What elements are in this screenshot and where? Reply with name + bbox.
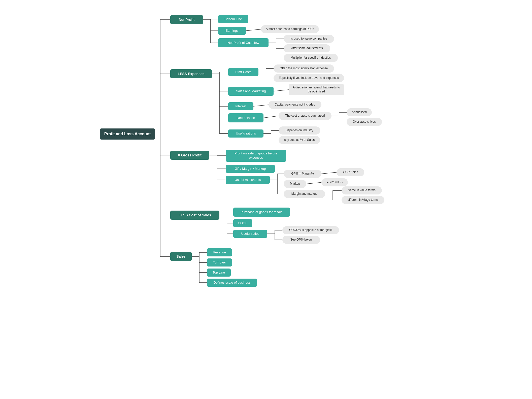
cf-leaf-3-node: Multiplier for specific industies: [284, 54, 338, 62]
bottom-line-label: Bottom Line: [224, 17, 242, 21]
cashflow-label: Net Profit of Cashflow: [227, 41, 259, 45]
useful-rations-label: Useflu rations: [236, 131, 256, 136]
dep-leaf-1a-node: Annualised: [347, 108, 372, 116]
revenue-node: Revenue: [207, 248, 232, 256]
dep-leaf-node: The cost of assets purchased: [279, 112, 331, 120]
svg-line-12: [246, 29, 261, 31]
mind-map-canvas: Profit and Loss Account Net Profit Botto…: [90, 5, 442, 282]
gp-r3b-label: different in %age terms: [347, 198, 378, 202]
dep-leaf-1b-label: Over assets lives: [353, 120, 376, 124]
cf-leaf-2-label: After some adjustments: [291, 46, 323, 50]
cogs-node: COGS: [233, 219, 252, 227]
earnings-label: Earnings: [225, 29, 238, 33]
cogs-label: COGS: [238, 221, 247, 225]
useful-rations-node: Useflu rations: [228, 129, 263, 138]
sales-label: Sales: [176, 254, 186, 259]
interest-label: Interest: [235, 104, 246, 109]
gp-r3b-node: different in %age terms: [342, 196, 384, 204]
cos-r1-node: COGS% is opposite of margin%: [282, 226, 339, 234]
purchase-label: Purchase of goods for resale: [241, 210, 282, 214]
gross-profit-label: = Gross Profit: [178, 153, 202, 157]
defines-scale-label: Defines scale of business: [213, 281, 250, 285]
staff-leaf-1-label: Often the most significatan expense: [280, 66, 328, 71]
gp-margin-label: GP / Margin / Markup: [235, 167, 266, 171]
gp-r3a-node: Same in value terms: [342, 186, 382, 194]
svg-line-31: [263, 116, 279, 118]
svg-line-30: [253, 105, 269, 106]
turnover-node: Turnover: [207, 258, 232, 267]
earnings-leaf-label: Almost equates to earnings of PLCs: [266, 27, 314, 31]
root-node: Profit and Loss Account: [100, 128, 155, 140]
top-line-node: Top Line: [207, 269, 231, 277]
useful-leaf-1-label: Depends on industry: [285, 128, 313, 132]
less-expenses-label: LESS Expenses: [178, 72, 205, 76]
svg-line-50: [321, 172, 337, 174]
staff-leaf-1-node: Often the most significatan expense: [274, 64, 334, 73]
staff-costs-node: Staff Costs: [228, 68, 258, 76]
net-profit-node: Net Profit: [170, 15, 203, 24]
useful-leaf-2-node: any cost as % of Sales: [279, 136, 320, 144]
gp-r1a-label: = GP/Sales: [343, 170, 358, 174]
gp-r3a-label: Same in value terms: [348, 188, 375, 192]
less-expenses-node: LESS Expenses: [170, 69, 212, 78]
interest-leaf-node: Capital payments not included: [269, 101, 321, 109]
sales-leaf-1-node: A discretionary spend that needs to be o…: [289, 84, 344, 95]
dep-leaf-1b-node: Over assets lives: [347, 118, 382, 126]
gp-margin-node: GP / Margin / Markup: [226, 165, 275, 173]
turnover-label: Turnover: [213, 260, 226, 265]
sales-leaf-1-label: A discretionary spend that needs to be o…: [292, 86, 341, 93]
svg-line-29: [274, 90, 289, 91]
gp-r2a-node: =GP/COGS: [321, 178, 348, 186]
cos-r2-node: See GP% below: [282, 236, 320, 244]
useful-leaf-2-label: any cost as % of Sales: [284, 138, 315, 142]
profit-sale-node: Profit on sale of goods before expenses: [226, 150, 286, 162]
less-cos-label: LESS Cost of Sales: [179, 213, 211, 217]
useful-leaf-1-node: Depends on industry: [279, 126, 320, 135]
earnings-node: Earnings: [218, 27, 246, 35]
gp-r2-label: Markup: [290, 182, 300, 186]
cf-leaf-2-node: After some adjustments: [284, 44, 330, 52]
net-profit-label: Net Profit: [179, 17, 195, 22]
cf-leaf-3-label: Multiplier for specific industies: [291, 56, 331, 60]
interest-leaf-label: Capital payments not included: [275, 103, 315, 107]
svg-line-51: [306, 182, 321, 184]
cf-leaf-1-label: Is used to value companies: [290, 37, 327, 41]
gp-r1-label: GP% = Margin%: [291, 172, 314, 176]
profit-sale-label: Profit on sale of goods before expenses: [229, 151, 283, 160]
root-label: Profit and Loss Account: [104, 131, 151, 137]
gp-r2a-label: =GP/COGS: [327, 180, 343, 184]
staff-costs-label: Staff Costs: [235, 70, 251, 74]
depreciation-label: Depreciation: [237, 116, 255, 120]
gp-r2-node: Markup: [284, 180, 306, 188]
cf-leaf-1-node: Is used to value companies: [284, 35, 334, 43]
gp-r3-label: Margin and markup: [291, 192, 317, 196]
defines-scale-node: Defines scale of business: [207, 279, 257, 287]
interest-node: Interest: [228, 102, 253, 110]
top-line-label: Top Line: [213, 271, 225, 275]
dep-leaf-1a-label: Annualised: [352, 110, 367, 114]
sales-marketing-node: Sales and Marketing: [228, 87, 274, 96]
revenue-label: Revenue: [213, 250, 226, 255]
less-cos-node: LESS Cost of Sales: [170, 211, 219, 220]
gp-ratios-node: Useful ratios/tools: [226, 176, 270, 184]
cashflow-node: Net Profit of Cashflow: [218, 38, 269, 47]
gp-r1-node: GP% = Margin%: [284, 170, 321, 178]
purchase-node: Purchase of goods for resale: [233, 208, 290, 217]
gp-ratios-label: Useful ratios/tools: [235, 178, 261, 182]
bottom-line-node: Bottom Line: [218, 15, 248, 23]
useful-ratios-cos-label: Useful ratios: [241, 232, 259, 236]
dep-leaf-label: The cost of assets purchased: [285, 114, 325, 118]
useful-ratios-cos-node: Useful ratios: [233, 230, 267, 238]
sales-marketing-label: Sales and Marketing: [236, 89, 266, 93]
depreciation-node: Depreciation: [228, 113, 263, 122]
sales-node: Sales: [170, 252, 192, 261]
gp-r3-node: Margin and markup: [284, 190, 325, 198]
staff-leaf-2-label: Especially if you include travel and exp…: [279, 76, 339, 80]
earnings-leaf-node: Almost equates to earnings of PLCs: [261, 25, 319, 33]
cos-r2-label: See GP% below: [290, 238, 312, 242]
gross-profit-node: = Gross Profit: [170, 151, 209, 160]
gp-r1a-node: = GP/Sales: [337, 168, 364, 176]
cos-r1-label: COGS% is opposite of margin%: [289, 228, 332, 232]
staff-leaf-2-node: Especially if you include travel and exp…: [274, 74, 344, 82]
